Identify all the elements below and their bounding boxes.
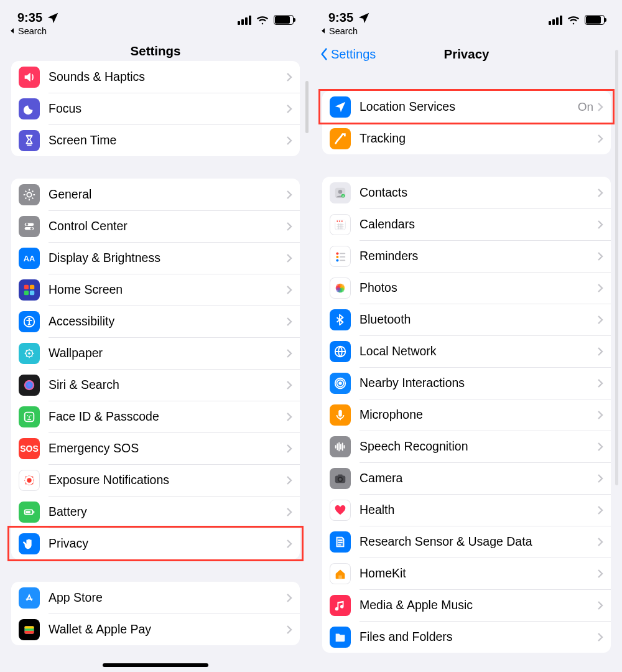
appstore-icon <box>19 587 40 609</box>
row-photos[interactable]: Photos <box>322 272 611 304</box>
row-files[interactable]: Files and Folders <box>322 621 611 653</box>
row-label: Focus <box>49 101 286 116</box>
tracking-icon <box>330 128 351 149</box>
siri-icon <box>19 375 40 396</box>
row-label: Location Services <box>360 100 578 114</box>
row-label: Face ID & Passcode <box>49 409 286 424</box>
row-mic[interactable]: Microphone <box>322 399 611 431</box>
nav-header: Settings Privacy <box>311 41 622 67</box>
row-faceid[interactable]: Face ID & Passcode <box>11 401 300 432</box>
exposure-icon <box>19 470 40 491</box>
row-wallpaper[interactable]: Wallpaper <box>11 337 300 369</box>
chevron-right-icon <box>286 222 292 231</box>
row-battery[interactable]: Battery <box>11 496 300 528</box>
chevron-right-icon <box>597 600 603 610</box>
chevron-right-icon <box>286 285 292 295</box>
location-icon <box>330 96 351 118</box>
svg-point-11 <box>28 317 30 319</box>
row-label: Media & Apple Music <box>360 598 597 612</box>
row-sos[interactable]: SOS Emergency SOS <box>11 432 300 464</box>
svg-point-16 <box>27 415 28 416</box>
back-to-search[interactable]: Search <box>0 26 311 41</box>
row-label: Tracking <box>360 131 597 146</box>
row-health[interactable]: Health <box>322 494 611 526</box>
svg-rect-25 <box>33 511 34 513</box>
svg-point-0 <box>27 192 31 197</box>
reminders-icon <box>330 246 351 267</box>
row-location[interactable]: Location Services On <box>322 91 611 123</box>
row-label: Local Network <box>360 344 597 358</box>
back-to-search[interactable]: Search <box>311 26 622 41</box>
row-label: Display & Brightness <box>49 251 286 265</box>
health-icon <box>330 500 351 521</box>
chevron-right-icon <box>597 632 603 642</box>
battery-icon <box>274 15 294 25</box>
chevron-right-icon <box>597 102 603 112</box>
wifi-icon <box>256 16 269 25</box>
row-label: Screen Time <box>49 133 286 147</box>
row-localnet[interactable]: Local Network <box>322 335 611 367</box>
row-label: Privacy <box>49 536 286 551</box>
row-speech[interactable]: Speech Recognition <box>322 431 611 462</box>
settings-list[interactable]: Sounds & Haptics Focus Screen Time Gener… <box>0 61 311 672</box>
svg-point-23 <box>32 483 34 484</box>
homekit-icon <box>330 563 351 584</box>
row-exposure[interactable]: Exposure Notifications <box>11 464 300 496</box>
svg-rect-30 <box>25 628 34 631</box>
chevron-right-icon <box>597 188 603 198</box>
back-button[interactable]: Settings <box>311 47 376 62</box>
row-label: Nearby Interactions <box>360 376 597 390</box>
row-homescreen[interactable]: Home Screen <box>11 274 300 306</box>
row-label: Emergency SOS <box>49 441 286 455</box>
camera-icon <box>330 468 351 489</box>
row-calendar[interactable]: Calendars <box>322 208 611 240</box>
row-nearby[interactable]: Nearby Interactions <box>322 367 611 399</box>
cellular-signal-icon <box>549 16 562 25</box>
chevron-right-icon <box>597 474 603 483</box>
screentime-icon <box>19 130 40 151</box>
row-label: General <box>49 187 286 202</box>
control-icon <box>19 216 40 237</box>
row-sounds[interactable]: Sounds & Haptics <box>11 61 300 93</box>
scroll-indicator <box>615 50 618 485</box>
row-privacy[interactable]: Privacy <box>11 528 300 559</box>
row-camera[interactable]: Camera <box>322 462 611 494</box>
svg-point-56 <box>339 478 342 481</box>
row-label: Wallet & Apple Pay <box>49 622 286 637</box>
row-bluetooth[interactable]: Bluetooth <box>322 304 611 335</box>
row-wallet[interactable]: Wallet & Apple Pay <box>11 614 300 645</box>
row-label: Speech Recognition <box>360 439 597 454</box>
nearby-icon <box>330 373 351 394</box>
chevron-right-icon <box>597 134 603 144</box>
svg-point-13 <box>28 352 30 355</box>
row-reminders[interactable]: Reminders <box>322 240 611 272</box>
row-siri[interactable]: Siri & Search <box>11 369 300 401</box>
svg-rect-53 <box>338 409 342 416</box>
row-tracking[interactable]: Tracking <box>322 123 611 154</box>
svg-point-3 <box>26 223 28 225</box>
battery-icon <box>19 502 40 523</box>
privacy-screen: 9:35 Search Settings Privacy Location Se <box>311 0 622 672</box>
svg-point-14 <box>24 380 35 390</box>
row-screentime[interactable]: Screen Time <box>11 124 300 156</box>
row-homekit[interactable]: HomeKit <box>322 558 611 589</box>
row-label: Camera <box>360 471 597 485</box>
row-appstore[interactable]: App Store <box>11 582 300 614</box>
back-label: Settings <box>331 47 376 62</box>
row-music[interactable]: Media & Apple Music <box>322 589 611 621</box>
row-contacts[interactable]: Contacts <box>322 177 611 208</box>
row-control[interactable]: Control Center <box>11 210 300 242</box>
home-indicator[interactable] <box>103 663 208 667</box>
chevron-right-icon <box>597 315 603 325</box>
svg-rect-8 <box>24 290 29 294</box>
privacy-list[interactable]: Location Services On Tracking Contacts C… <box>311 67 622 672</box>
chevron-right-icon <box>286 72 292 82</box>
wifi-icon <box>567 16 580 25</box>
row-focus[interactable]: Focus <box>11 93 300 124</box>
svg-rect-9 <box>30 290 34 294</box>
row-display[interactable]: AA Display & Brightness <box>11 242 300 274</box>
chevron-right-icon <box>286 104 292 114</box>
row-access[interactable]: Accessibility <box>11 306 300 337</box>
row-research[interactable]: Research Sensor & Usage Data <box>322 526 611 558</box>
row-general[interactable]: General <box>11 179 300 210</box>
